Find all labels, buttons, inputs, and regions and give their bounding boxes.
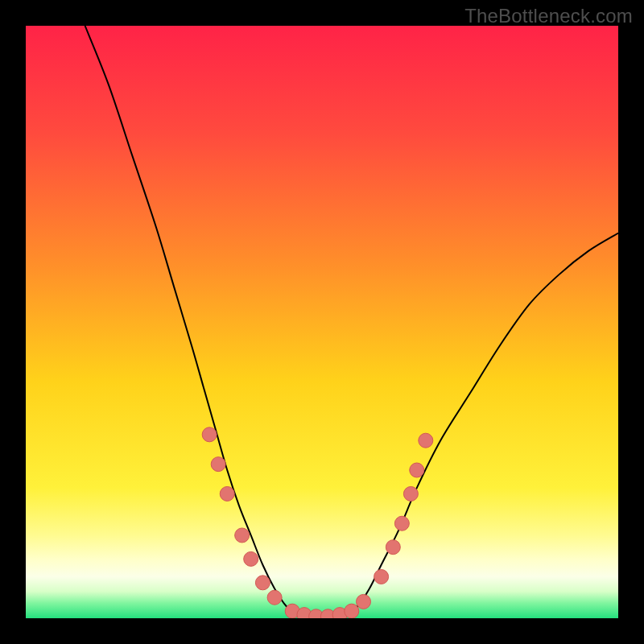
data-marker [345, 604, 359, 618]
watermark-text: TheBottleneck.com [464, 5, 633, 27]
plot-area [26, 26, 618, 618]
chart-frame: TheBottleneck.com [0, 0, 644, 644]
data-marker [419, 433, 433, 448]
data-marker [403, 486, 418, 501]
gradient-background [26, 26, 618, 618]
data-marker [211, 457, 225, 472]
data-marker [386, 540, 400, 555]
data-marker [255, 576, 270, 590]
chart-svg [26, 26, 618, 618]
data-marker [202, 427, 217, 442]
data-marker [394, 516, 409, 530]
data-marker [374, 569, 389, 584]
data-marker [357, 594, 371, 609]
data-marker [220, 486, 234, 501]
data-marker [235, 528, 250, 543]
data-marker [410, 463, 424, 477]
data-marker [244, 551, 258, 566]
data-marker [267, 590, 282, 605]
